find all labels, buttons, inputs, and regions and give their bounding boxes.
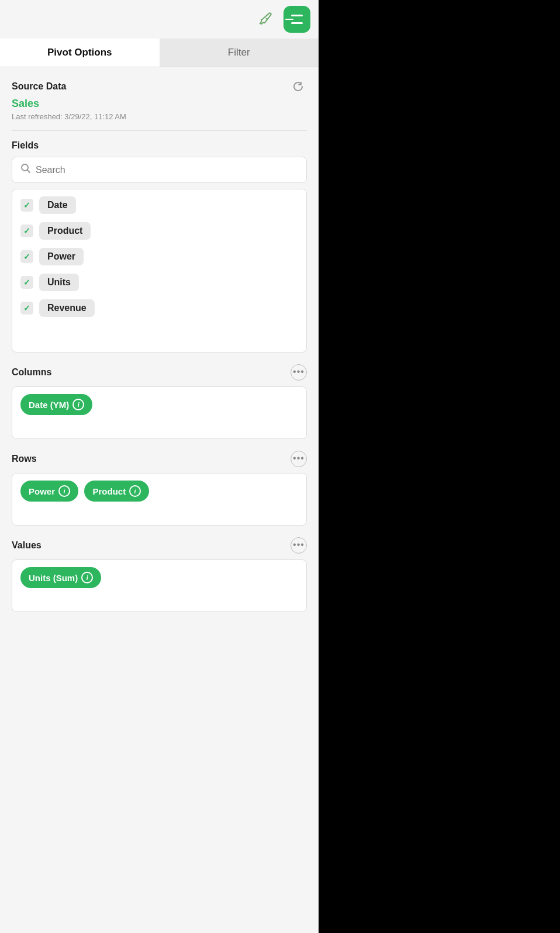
rows-chip-product-info-icon[interactable]: i [129, 485, 141, 497]
field-item-revenue[interactable]: ✓ Revenue [20, 299, 298, 317]
values-chip-units-sum-label: Units (Sum) [29, 573, 78, 583]
values-chip-units-sum-info-icon[interactable]: i [81, 572, 93, 583]
source-header: Source Data [12, 78, 307, 95]
tab-pivot-options[interactable]: Pivot Options [0, 39, 160, 67]
columns-chip-label: Date (YM) [29, 400, 69, 410]
search-input[interactable] [36, 165, 298, 175]
values-header: Values ••• [12, 537, 307, 554]
field-tag-date: Date [39, 196, 76, 214]
rows-chip-product-label: Product [92, 486, 126, 496]
panel-content: Source Data Sales Last refreshed: 3/29/2… [0, 67, 319, 933]
tabs-container: Pivot Options Filter [0, 39, 319, 67]
rows-box: Power i Product i [12, 473, 307, 526]
fields-list: ✓ Date ✓ Product ✓ Power ✓ Units ✓ Reven… [12, 189, 307, 353]
columns-chip-info-icon[interactable]: i [72, 399, 84, 410]
rows-chip-power-label: Power [29, 486, 55, 496]
last-refreshed: Last refreshed: 3/29/22, 11:12 AM [12, 112, 307, 121]
rows-chip-product[interactable]: Product i [84, 481, 149, 502]
source-name: Sales [12, 98, 307, 110]
columns-box: Date (YM) i [12, 386, 307, 439]
values-more-button[interactable]: ••• [291, 537, 307, 554]
divider [12, 130, 307, 131]
columns-header: Columns ••• [12, 364, 307, 381]
refresh-icon[interactable] [289, 78, 307, 95]
tab-filter[interactable]: Filter [160, 39, 319, 67]
field-tag-revenue: Revenue [39, 299, 95, 317]
rows-more-button[interactable]: ••• [291, 451, 307, 467]
search-icon [20, 163, 31, 177]
rows-header: Rows ••• [12, 451, 307, 467]
top-bar [0, 0, 319, 39]
values-section: Values ••• Units (Sum) i [12, 537, 307, 612]
values-box: Units (Sum) i [12, 559, 307, 612]
checkbox-power[interactable]: ✓ [20, 250, 33, 263]
field-item-power[interactable]: ✓ Power [20, 248, 298, 265]
checkbox-product[interactable]: ✓ [20, 224, 33, 237]
brush-icon[interactable] [255, 8, 278, 30]
field-item-units[interactable]: ✓ Units [20, 274, 298, 291]
values-chip-units-sum[interactable]: Units (Sum) i [20, 567, 101, 588]
checkbox-units[interactable]: ✓ [20, 276, 33, 289]
menu-button[interactable] [284, 6, 310, 33]
fields-label: Fields [12, 140, 307, 151]
search-box [12, 157, 307, 183]
columns-label: Columns [12, 367, 51, 378]
columns-more-button[interactable]: ••• [291, 364, 307, 381]
field-tag-power: Power [39, 248, 84, 265]
field-tag-units: Units [39, 274, 79, 291]
columns-section: Columns ••• Date (YM) i [12, 364, 307, 439]
rows-chip-power[interactable]: Power i [20, 481, 78, 502]
values-label: Values [12, 540, 42, 551]
field-item-date[interactable]: ✓ Date [20, 196, 298, 214]
source-label: Source Data [12, 81, 66, 92]
checkbox-date[interactable]: ✓ [20, 199, 33, 212]
columns-chip-date-ym[interactable]: Date (YM) i [20, 394, 92, 415]
field-item-product[interactable]: ✓ Product [20, 222, 298, 240]
rows-label: Rows [12, 454, 37, 464]
field-tag-product: Product [39, 222, 91, 240]
rows-chip-power-info-icon[interactable]: i [58, 485, 70, 497]
checkbox-revenue[interactable]: ✓ [20, 302, 33, 315]
rows-section: Rows ••• Power i Product i [12, 451, 307, 526]
